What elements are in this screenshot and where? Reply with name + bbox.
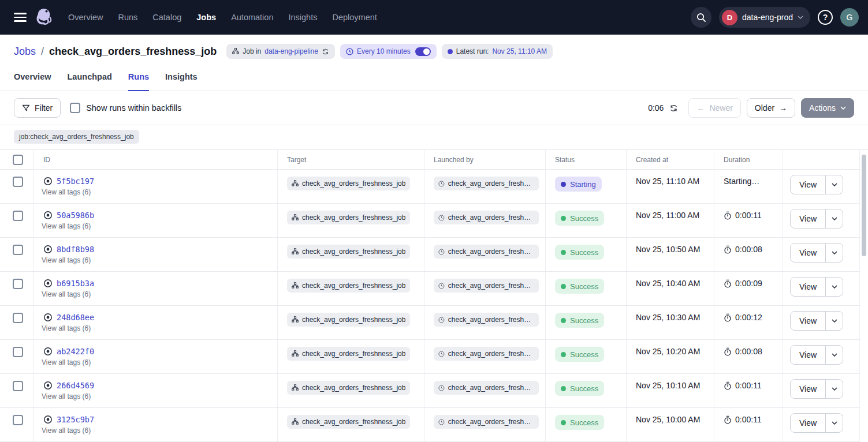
row-checkbox[interactable]	[13, 347, 23, 357]
target-pill[interactable]: check_avg_orders_freshness_job	[287, 313, 410, 327]
view-button[interactable]: View	[791, 312, 825, 330]
view-button[interactable]: View	[791, 244, 825, 262]
target-pill[interactable]: check_avg_orders_freshness_job	[287, 177, 410, 190]
nav-item-automation[interactable]: Automation	[231, 13, 273, 22]
select-all-checkbox[interactable]	[13, 155, 23, 165]
help-button[interactable]: ?	[818, 10, 833, 25]
row-checkbox[interactable]	[13, 381, 23, 391]
launched-by-pill[interactable]: check_avg_orders_freshness_job	[434, 381, 539, 395]
view-button[interactable]: View	[791, 346, 825, 364]
tab-launchpad[interactable]: Launchpad	[68, 67, 112, 91]
view-button[interactable]: View	[791, 175, 825, 194]
tab-runs[interactable]: Runs	[128, 67, 149, 91]
status-pill[interactable]: Success	[555, 245, 604, 260]
run-id-link[interactable]: ab2422f0	[57, 347, 94, 356]
actions-button[interactable]: Actions	[801, 98, 854, 118]
view-dropdown-button[interactable]	[825, 380, 843, 398]
launched-by-pill[interactable]: check_avg_orders_freshness_job	[434, 245, 539, 259]
view-dropdown-button[interactable]	[825, 312, 843, 330]
run-id-link[interactable]: 3125c9b7	[57, 415, 94, 424]
launched-by-pill[interactable]: check_avg_orders_freshness_job	[434, 313, 539, 327]
scrollbar-thumb[interactable]	[862, 155, 866, 256]
row-checkbox[interactable]	[13, 245, 23, 255]
status-pill[interactable]: Starting	[555, 177, 602, 192]
nav-item-deployment[interactable]: Deployment	[332, 13, 377, 22]
latest-run-link[interactable]: Nov 25, 11:10 AM	[492, 47, 547, 55]
job-filter-tag[interactable]: job:check_avg_orders_freshness_job	[14, 130, 139, 144]
older-button[interactable]: Older →	[747, 98, 795, 118]
run-id-link[interactable]: 248d68ee	[57, 313, 94, 322]
status-pill[interactable]: Success	[555, 211, 604, 226]
run-id-link[interactable]: b6915b3a	[57, 279, 94, 288]
tab-overview[interactable]: Overview	[14, 67, 51, 91]
backfills-checkbox[interactable]	[70, 103, 80, 113]
dagster-logo-icon[interactable]	[33, 6, 55, 28]
view-dropdown-button[interactable]	[825, 209, 843, 228]
target-pill[interactable]: check_avg_orders_freshness_job	[287, 415, 410, 429]
view-button[interactable]: View	[791, 380, 825, 398]
view-all-tags-link[interactable]: View all tags (6)	[42, 358, 273, 366]
view-all-tags-link[interactable]: View all tags (6)	[42, 256, 273, 264]
status-pill[interactable]: Success	[555, 313, 604, 328]
view-button[interactable]: View	[791, 209, 825, 228]
status-pill[interactable]: Success	[555, 279, 604, 294]
view-all-tags-link[interactable]: View all tags (6)	[42, 426, 273, 434]
hamburger-menu-button[interactable]	[9, 6, 31, 28]
nav-item-insights[interactable]: Insights	[288, 13, 317, 22]
filter-button[interactable]: Filter	[14, 98, 61, 118]
user-avatar[interactable]: G	[840, 8, 859, 27]
breadcrumb-jobs-link[interactable]: Jobs	[14, 46, 36, 58]
newer-button[interactable]: ← Newer	[688, 98, 740, 118]
run-id-link[interactable]: 8bdf8b98	[57, 245, 94, 254]
nav-item-catalog[interactable]: Catalog	[152, 13, 181, 22]
launched-by-pill[interactable]: check_avg_orders_freshness_job	[434, 415, 539, 429]
view-button[interactable]: View	[791, 414, 825, 432]
nav-item-runs[interactable]: Runs	[118, 13, 137, 22]
row-checkbox[interactable]	[13, 313, 23, 323]
refresh-button[interactable]	[669, 104, 678, 113]
target-pill[interactable]: check_avg_orders_freshness_job	[287, 347, 410, 361]
target-cell: check_avg_orders_freshness_job	[278, 408, 424, 441]
view-button[interactable]: View	[791, 278, 825, 296]
row-checkbox[interactable]	[13, 177, 23, 187]
view-dropdown-button[interactable]	[825, 346, 843, 364]
launched-by-pill[interactable]: check_avg_orders_freshness_job	[434, 279, 539, 293]
status-pill[interactable]: Success	[555, 347, 604, 362]
view-dropdown-button[interactable]	[825, 278, 843, 296]
row-checkbox[interactable]	[13, 415, 23, 425]
status-pill[interactable]: Success	[555, 415, 604, 430]
view-all-tags-link[interactable]: View all tags (6)	[42, 290, 273, 298]
view-dropdown-button[interactable]	[825, 175, 843, 194]
view-all-tags-link[interactable]: View all tags (6)	[42, 222, 273, 230]
run-id-link[interactable]: 5f5bc197	[57, 177, 94, 186]
code-location-link[interactable]: data-eng-pipeline	[265, 47, 318, 55]
view-dropdown-button[interactable]	[825, 244, 843, 262]
row-actions-cell: View	[783, 306, 860, 339]
launched-by-pill[interactable]: check_avg_orders_freshness_job	[434, 177, 539, 190]
search-button[interactable]	[691, 7, 711, 28]
view-all-tags-link[interactable]: View all tags (6)	[42, 188, 273, 196]
tab-insights[interactable]: Insights	[165, 67, 198, 91]
target-pill[interactable]: check_avg_orders_freshness_job	[287, 245, 410, 259]
created-at-cell: Nov 25, 11:10 AM	[627, 170, 714, 203]
schedule-toggle[interactable]	[415, 47, 431, 56]
view-dropdown-button[interactable]	[825, 414, 843, 432]
workspace-switcher[interactable]: D data-eng-prod	[719, 7, 810, 28]
target-pill[interactable]: check_avg_orders_freshness_job	[287, 211, 410, 224]
target-pill-label: check_avg_orders_freshness_job	[302, 248, 405, 256]
view-all-tags-link[interactable]: View all tags (6)	[42, 324, 273, 332]
launched-by-pill[interactable]: check_avg_orders_freshness_job	[434, 211, 539, 224]
view-all-tags-link[interactable]: View all tags (6)	[42, 392, 273, 400]
nav-item-jobs[interactable]: Jobs	[196, 13, 216, 22]
active-filters-row: job:check_avg_orders_freshness_job	[0, 125, 868, 149]
target-pill[interactable]: check_avg_orders_freshness_job	[287, 381, 410, 395]
launched-by-pill[interactable]: check_avg_orders_freshness_job	[434, 347, 539, 361]
status-pill[interactable]: Success	[555, 381, 604, 396]
run-id-link[interactable]: 266d4569	[57, 381, 94, 390]
row-checkbox[interactable]	[13, 279, 23, 289]
nav-item-overview[interactable]: Overview	[68, 13, 103, 22]
duration-value: 0:00:11	[735, 381, 762, 390]
target-pill[interactable]: check_avg_orders_freshness_job	[287, 279, 410, 293]
row-checkbox[interactable]	[13, 211, 23, 221]
run-id-link[interactable]: 50a5986b	[57, 211, 94, 220]
